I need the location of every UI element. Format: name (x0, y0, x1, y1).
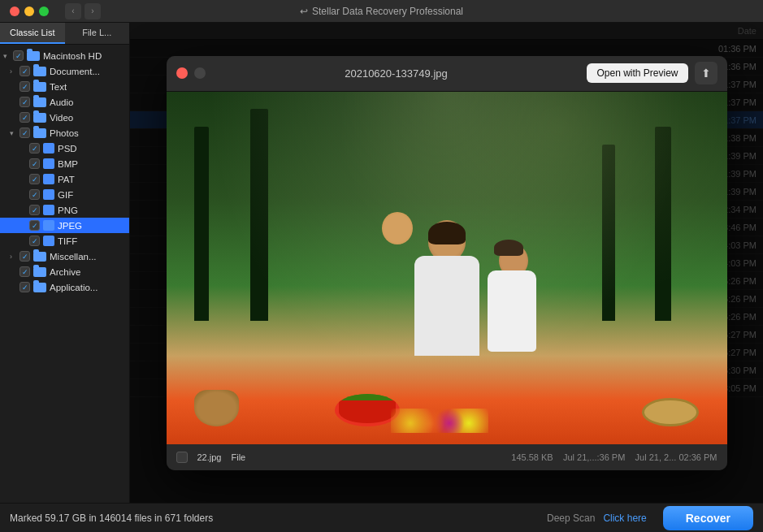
tree-item-archive[interactable]: Archive (0, 264, 129, 279)
recover-button[interactable]: Recover (663, 506, 753, 530)
folder-icon (33, 283, 46, 292)
checkbox-applications[interactable] (20, 282, 30, 292)
folder-icon (33, 128, 46, 138)
tree-item-miscellaneous[interactable]: › Miscellan... (0, 249, 129, 264)
thumb-filename: 22.jpg (197, 452, 222, 462)
main-layout: Classic List File L... ▾ Macintosh HD › … (0, 23, 763, 503)
sidebar: Classic List File L... ▾ Macintosh HD › … (0, 23, 130, 503)
tree-item-macintosh-hd[interactable]: ▾ Macintosh HD (0, 48, 129, 63)
fruits (391, 409, 488, 433)
file-icon (43, 189, 54, 200)
file-icon (43, 220, 54, 231)
tree-item-bmp[interactable]: BMP (0, 156, 129, 171)
window-controls[interactable] (10, 6, 49, 16)
tree-item-photos[interactable]: ▾ Photos (0, 125, 129, 141)
folder-icon (33, 67, 46, 76)
title-icon: ↩ (300, 6, 308, 17)
checkbox-jpeg[interactable] (29, 220, 40, 231)
thumb-type: File (231, 452, 245, 462)
checkbox-pat[interactable] (29, 174, 40, 184)
checkbox-bmp[interactable] (29, 158, 40, 169)
expand-icon: ▾ (10, 129, 20, 137)
back-button[interactable]: ‹ (65, 3, 81, 19)
deep-scan-label: Deep Scan Click here (547, 513, 647, 524)
tab-file-list[interactable]: File L... (65, 23, 130, 44)
checkbox-archive[interactable] (20, 266, 30, 277)
watermelon (335, 394, 400, 426)
people-group (390, 220, 504, 366)
marked-status: Marked 59.17 GB in 146014 files in 671 f… (10, 513, 213, 524)
thumb-checkbox[interactable] (176, 452, 188, 463)
maximize-button[interactable] (39, 6, 49, 16)
tree-item-pat[interactable]: PAT (0, 171, 129, 187)
share-button[interactable]: ⬆ (695, 62, 717, 84)
checkbox-video[interactable] (20, 112, 30, 123)
tree-item-text[interactable]: Text (0, 79, 129, 94)
tree-item-jpeg[interactable]: JPEG (0, 218, 129, 233)
click-here-link[interactable]: Click here (603, 513, 646, 524)
preview-window: 20210620-133749.jpg Open with Preview ⬆ (167, 56, 727, 470)
preview-image (167, 92, 727, 444)
tree-item-gif[interactable]: GIF (0, 187, 129, 202)
tree-item-applications[interactable]: Applicatio... (0, 279, 129, 295)
preview-modal: 20210620-133749.jpg Open with Preview ⬆ (130, 23, 763, 503)
forward-button[interactable]: › (85, 3, 101, 19)
app-title: ↩ Stellar Data Recovery Professional (300, 6, 463, 17)
preview-bottom-bar: 22.jpg File 145.58 KB Jul 21,...:36 PM J… (167, 444, 727, 470)
basket (194, 390, 239, 426)
tree-item-tiff[interactable]: TIFF (0, 233, 129, 249)
checkbox-audio[interactable] (20, 97, 30, 107)
title-bar: ‹ › ↩ Stellar Data Recovery Professional (0, 0, 763, 23)
checkbox-tiff[interactable] (29, 236, 40, 246)
share-icon: ⬆ (701, 67, 711, 80)
tab-classic-list[interactable]: Classic List (0, 23, 65, 44)
checkbox-psd[interactable] (29, 143, 40, 154)
checkbox-photos[interactable] (20, 128, 30, 138)
file-icon (43, 236, 54, 246)
checkbox-documents[interactable] (20, 66, 30, 76)
checkbox-macintosh-hd[interactable] (13, 50, 24, 61)
thumb-meta: 145.58 KB Jul 21,...:36 PM Jul 21, 2... … (511, 452, 717, 462)
checkbox-png[interactable] (29, 205, 40, 215)
preview-extra-button[interactable] (194, 67, 206, 79)
folder-icon (33, 267, 46, 277)
minimize-button[interactable] (24, 6, 34, 16)
close-button[interactable] (10, 6, 20, 16)
tree-item-audio[interactable]: Audio (0, 94, 129, 110)
preview-filename: 20210620-133749.jpg (212, 67, 581, 80)
file-icon (43, 158, 54, 169)
file-icon (43, 143, 54, 154)
folder-icon (33, 97, 46, 107)
file-icon (43, 205, 54, 215)
photo-scene (167, 92, 727, 444)
tree-item-video[interactable]: Video (0, 110, 129, 125)
hat (642, 398, 699, 426)
file-icon (43, 174, 54, 184)
preview-titlebar: 20210620-133749.jpg Open with Preview ⬆ (167, 56, 727, 92)
folder-icon (27, 51, 40, 61)
folder-icon (33, 252, 46, 262)
checkbox-miscellaneous[interactable] (20, 251, 30, 262)
file-tree: ▾ Macintosh HD › Document... Text (0, 45, 129, 503)
sidebar-tabs: Classic List File L... (0, 23, 129, 45)
checkbox-text[interactable] (20, 81, 30, 92)
nav-buttons[interactable]: ‹ › (65, 3, 101, 19)
content-area: Date 01:36 PM 01:36 PM 01:37 PM 01:37 PM… (130, 23, 763, 503)
tree-item-png[interactable]: PNG (0, 202, 129, 218)
folder-icon (33, 82, 46, 92)
expand-icon: › (10, 67, 20, 76)
open-with-preview-button[interactable]: Open with Preview (587, 63, 687, 83)
folder-icon (33, 113, 46, 123)
status-bar: Marked 59.17 GB in 146014 files in 671 f… (0, 503, 763, 532)
checkbox-gif[interactable] (29, 189, 40, 200)
expand-icon: ▾ (3, 52, 13, 60)
expand-icon: › (10, 253, 20, 261)
tree-item-psd[interactable]: PSD (0, 141, 129, 156)
tree-item-documents[interactable]: › Document... (0, 63, 129, 79)
preview-close-button[interactable] (176, 67, 188, 79)
